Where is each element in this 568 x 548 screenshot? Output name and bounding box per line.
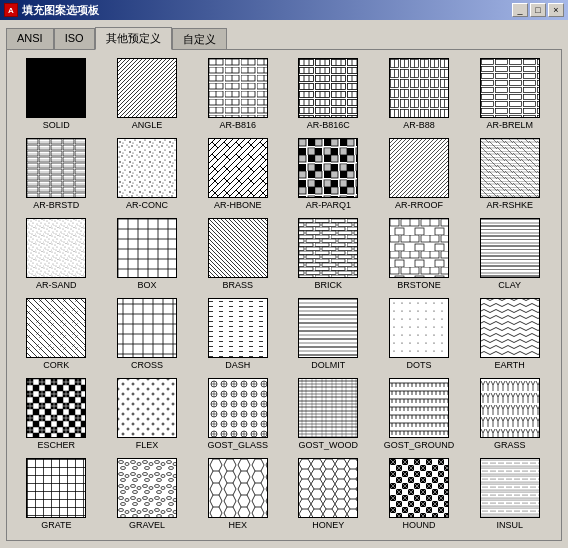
svg-rect-19 bbox=[390, 59, 448, 117]
svg-rect-6 bbox=[118, 59, 176, 117]
pattern-dash[interactable]: DASH bbox=[192, 294, 283, 374]
tab-ansi[interactable]: ANSI bbox=[6, 28, 54, 51]
pattern-arbrelm[interactable]: AR-BRELM bbox=[464, 54, 555, 134]
svg-rect-109 bbox=[118, 299, 176, 357]
pattern-honey[interactable]: HONEY bbox=[283, 454, 374, 534]
pattern-arroof[interactable]: AR-RROOF bbox=[374, 134, 465, 214]
svg-rect-105 bbox=[27, 299, 85, 357]
pattern-line2[interactable] bbox=[102, 534, 193, 536]
pattern-arparq1[interactable]: AR-PARQ1 bbox=[283, 134, 374, 214]
pattern-solid[interactable]: SOLID bbox=[11, 54, 102, 134]
pattern-line5[interactable] bbox=[374, 534, 465, 536]
svg-rect-172 bbox=[209, 459, 267, 517]
svg-rect-98 bbox=[481, 219, 539, 277]
pattern-dolmit[interactable]: DOLMIT bbox=[283, 294, 374, 374]
svg-rect-65 bbox=[481, 139, 539, 197]
pattern-arbrstd[interactable]: AR-BRSTD bbox=[11, 134, 102, 214]
pattern-arb816c[interactable]: AR-B816C bbox=[283, 54, 374, 134]
minimize-button[interactable]: _ bbox=[512, 3, 528, 17]
svg-rect-34 bbox=[118, 139, 176, 197]
tab-iso[interactable]: ISO bbox=[54, 28, 95, 51]
pattern-arhbone[interactable]: AR-HBONE bbox=[192, 134, 283, 214]
pattern-hound[interactable]: HOUND bbox=[374, 454, 465, 534]
svg-rect-183 bbox=[390, 459, 448, 517]
pattern-grid: SOLID ANGLE bbox=[11, 54, 557, 536]
pattern-brass[interactable]: BRASS bbox=[192, 214, 283, 294]
pattern-line6[interactable] bbox=[464, 534, 555, 536]
svg-rect-83 bbox=[209, 219, 267, 277]
pattern-gost-wood[interactable]: GOST_WOOD bbox=[283, 374, 374, 454]
svg-rect-10 bbox=[209, 59, 267, 117]
pattern-gost-glass[interactable]: GOST_GLASS bbox=[192, 374, 283, 454]
pattern-box[interactable]: BOX bbox=[102, 214, 193, 294]
pattern-brick[interactable]: BRICK bbox=[283, 214, 374, 294]
svg-rect-120 bbox=[390, 299, 448, 357]
svg-rect-196 bbox=[481, 459, 539, 517]
pattern-brstone[interactable]: BRSTONE bbox=[374, 214, 465, 294]
app-icon: A bbox=[4, 3, 18, 17]
svg-rect-138 bbox=[209, 379, 267, 437]
pattern-cork[interactable]: CORK bbox=[11, 294, 102, 374]
pattern-line1[interactable] bbox=[11, 534, 102, 536]
title-bar-buttons[interactable]: _ □ × bbox=[512, 3, 564, 17]
svg-rect-175 bbox=[299, 459, 357, 517]
pattern-arb816[interactable]: AR-B816 bbox=[192, 54, 283, 134]
svg-rect-117 bbox=[299, 299, 357, 357]
maximize-button[interactable]: □ bbox=[530, 3, 546, 17]
svg-rect-22 bbox=[481, 59, 539, 117]
pattern-arsand[interactable]: AR-SAND bbox=[11, 214, 102, 294]
svg-rect-42 bbox=[209, 139, 267, 197]
pattern-grate[interactable]: GRATE bbox=[11, 454, 102, 534]
svg-rect-88 bbox=[299, 219, 357, 277]
pattern-dots[interactable]: DOTS bbox=[374, 294, 465, 374]
close-button[interactable]: × bbox=[548, 3, 564, 17]
svg-rect-160 bbox=[481, 379, 539, 437]
svg-rect-122 bbox=[481, 299, 539, 357]
pattern-insul[interactable]: INSUL bbox=[464, 454, 555, 534]
pattern-line4[interactable] bbox=[283, 534, 374, 536]
pattern-arrshke[interactable]: AR-RSHKE bbox=[464, 134, 555, 214]
svg-rect-145 bbox=[299, 379, 357, 437]
tab-other[interactable]: 其他预定义 bbox=[95, 27, 172, 50]
svg-rect-75 bbox=[27, 219, 85, 277]
pattern-hex[interactable]: HEX bbox=[192, 454, 283, 534]
svg-rect-169 bbox=[118, 459, 176, 517]
pattern-arb88[interactable]: AR-B88 bbox=[374, 54, 465, 134]
svg-rect-152 bbox=[390, 379, 448, 437]
dialog-body: ANSI ISO 其他预定义 自定义 SOLID bbox=[0, 20, 568, 548]
tab-content: SOLID ANGLE bbox=[6, 49, 562, 541]
pattern-arconc[interactable]: AR-CONC bbox=[102, 134, 193, 214]
svg-rect-133 bbox=[118, 379, 176, 437]
pattern-earth[interactable]: EARTH bbox=[464, 294, 555, 374]
pattern-grass[interactable]: GRASS bbox=[464, 374, 555, 454]
pattern-flex[interactable]: FLEX bbox=[102, 374, 193, 454]
svg-rect-59 bbox=[390, 139, 448, 197]
pattern-cross[interactable]: CROSS bbox=[102, 294, 193, 374]
svg-rect-15 bbox=[299, 59, 357, 117]
svg-rect-164 bbox=[27, 459, 85, 517]
pattern-gravel[interactable]: GRAVEL bbox=[102, 454, 193, 534]
svg-rect-93 bbox=[390, 219, 448, 277]
pattern-line3[interactable] bbox=[192, 534, 283, 536]
svg-rect-26 bbox=[27, 139, 85, 197]
tab-bar: ANSI ISO 其他预定义 自定义 bbox=[6, 26, 562, 49]
svg-rect-112 bbox=[209, 299, 267, 357]
pattern-clay[interactable]: CLAY bbox=[464, 214, 555, 294]
pattern-gost-ground[interactable]: GOST_GROUND bbox=[374, 374, 465, 454]
svg-rect-126 bbox=[27, 379, 85, 437]
svg-rect-54 bbox=[299, 139, 357, 197]
svg-rect-78 bbox=[118, 219, 176, 277]
title-bar-left: A 填充图案选项板 bbox=[4, 3, 99, 18]
pattern-escher[interactable]: ESCHER bbox=[11, 374, 102, 454]
title-bar: A 填充图案选项板 _ □ × bbox=[0, 0, 568, 20]
svg-rect-0 bbox=[27, 59, 85, 117]
tab-custom[interactable]: 自定义 bbox=[172, 28, 227, 51]
pattern-angle[interactable]: ANGLE bbox=[102, 54, 193, 134]
window-title: 填充图案选项板 bbox=[22, 3, 99, 18]
